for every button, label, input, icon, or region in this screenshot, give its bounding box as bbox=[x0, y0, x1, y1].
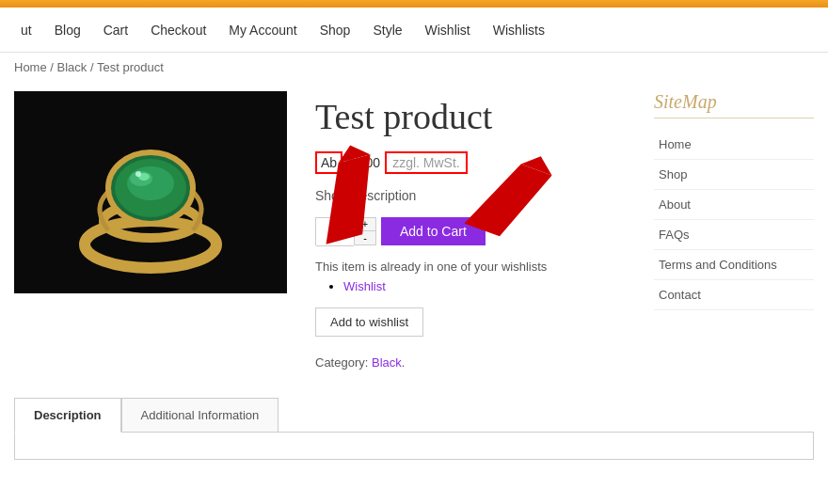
nav-item-wishlists[interactable]: Wishlists bbox=[482, 9, 556, 51]
category-link[interactable]: Black bbox=[372, 355, 402, 370]
nav-item-blog[interactable]: Blog bbox=[43, 9, 92, 51]
wishlist-info: This item is already in one of your wish… bbox=[315, 260, 635, 274]
sidebar-item-terms[interactable]: Terms and Conditions bbox=[654, 250, 814, 279]
list-item: Shop bbox=[654, 160, 814, 190]
tab-description[interactable]: Description bbox=[14, 398, 121, 433]
wishlist-link[interactable]: Wishlist bbox=[343, 279, 386, 293]
product-area: Test product Ab $1.00 zzgl. MwSt. Short … bbox=[14, 91, 635, 370]
qty-buttons: + - bbox=[354, 218, 375, 244]
add-to-cart-button[interactable]: Add to Cart bbox=[381, 217, 486, 245]
nav-item-wishlist[interactable]: Wishlist bbox=[414, 9, 482, 51]
tab-additional-information[interactable]: Additional Information bbox=[121, 398, 279, 432]
breadcrumb-home[interactable]: Home bbox=[14, 60, 47, 74]
sidebar-item-faqs[interactable]: FAQs bbox=[654, 220, 814, 249]
add-to-cart-row: + - Add to Cart bbox=[315, 217, 635, 245]
product-title: Test product bbox=[315, 96, 635, 137]
breadcrumb-current: Test product bbox=[97, 60, 164, 74]
nav-item-myaccount[interactable]: My Account bbox=[217, 9, 308, 51]
list-item: Terms and Conditions bbox=[654, 250, 814, 280]
qty-decrease-button[interactable]: - bbox=[355, 231, 375, 244]
list-item: Home bbox=[654, 130, 814, 160]
list-item: FAQs bbox=[654, 220, 814, 250]
product-image bbox=[14, 91, 287, 293]
add-to-wishlist-button[interactable]: Add to wishlist bbox=[315, 307, 423, 337]
nav-item-cart[interactable]: Cart bbox=[92, 9, 139, 51]
nav-item-style[interactable]: Style bbox=[361, 9, 413, 51]
wishlist-list: Wishlist bbox=[315, 278, 635, 293]
category-row: Category: Black. bbox=[315, 355, 635, 370]
svg-point-7 bbox=[135, 171, 141, 177]
category-label: Category: bbox=[315, 355, 368, 370]
top-bar bbox=[0, 0, 828, 8]
price-row: Ab $1.00 zzgl. MwSt. bbox=[315, 151, 635, 174]
qty-increase-button[interactable]: + bbox=[355, 218, 375, 231]
breadcrumb: Home / Black / Test product bbox=[0, 53, 828, 82]
short-description: Short Description bbox=[315, 188, 635, 203]
sidebar-item-about[interactable]: About bbox=[654, 190, 814, 219]
main-nav: ut Blog Cart Checkout My Account Shop St… bbox=[0, 8, 828, 53]
tabs-content bbox=[14, 432, 814, 460]
nav-item-shop[interactable]: Shop bbox=[309, 9, 362, 51]
sidebar-item-contact[interactable]: Contact bbox=[654, 280, 814, 309]
tabs-section: Description Additional Information bbox=[0, 388, 828, 460]
breadcrumb-black[interactable]: Black bbox=[57, 60, 88, 74]
list-item: About bbox=[654, 190, 814, 220]
sidebar-item-home[interactable]: Home bbox=[654, 130, 814, 159]
sidebar-item-shop[interactable]: Shop bbox=[654, 160, 814, 189]
price-value: $1.00 bbox=[347, 155, 380, 170]
nav-item-ut[interactable]: ut bbox=[9, 9, 43, 51]
tabs-bar: Description Additional Information bbox=[14, 398, 814, 432]
price-tax: zzgl. MwSt. bbox=[385, 151, 468, 174]
quantity-box: + - bbox=[315, 217, 376, 245]
product-details: Test product Ab $1.00 zzgl. MwSt. Short … bbox=[315, 91, 635, 370]
price-label: Ab bbox=[315, 151, 342, 174]
sidebar: SiteMap Home Shop About FAQs Terms and C… bbox=[654, 91, 814, 370]
main-content: Test product Ab $1.00 zzgl. MwSt. Short … bbox=[0, 82, 828, 379]
sitemap-title: SiteMap bbox=[654, 91, 814, 118]
list-item: Contact bbox=[654, 280, 814, 310]
quantity-input[interactable] bbox=[316, 218, 354, 246]
nav-item-checkout[interactable]: Checkout bbox=[139, 9, 217, 51]
sidebar-nav: Home Shop About FAQs Terms and Condition… bbox=[654, 130, 814, 310]
